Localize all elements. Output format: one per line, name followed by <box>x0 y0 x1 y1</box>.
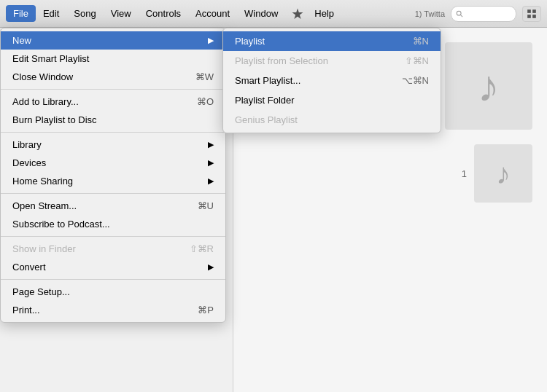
svg-rect-5 <box>532 15 536 18</box>
music-note-large-icon: ♪ <box>478 61 500 111</box>
file-menu-new-label: New <box>12 35 31 46</box>
file-menu-show-in-finder-label: Show in Finder <box>12 243 76 254</box>
file-menu-open-stream-shortcut: ⌘U <box>198 200 214 211</box>
menu-bar: File Edit Song View Controls Account Win… <box>0 0 547 28</box>
file-menu-close-window-shortcut: ⌘W <box>195 71 214 82</box>
music-card-small: ♪ <box>474 144 532 203</box>
new-submenu-genius-playlist-label: Genius Playlist <box>235 114 298 125</box>
file-menu-add-library[interactable]: Add to Library... ⌘O <box>1 93 225 111</box>
file-menu-home-sharing-label: Home Sharing <box>12 176 73 187</box>
file-menu-new[interactable]: New ▶ <box>1 31 225 50</box>
file-menu-print-shortcut: ⌘P <box>198 305 214 315</box>
file-menu-page-setup-label: Page Setup... <box>12 286 70 297</box>
separator-1 <box>1 89 225 90</box>
file-menu-add-library-shortcut: ⌘O <box>197 96 214 107</box>
file-menu-open-stream[interactable]: Open Stream... ⌘U <box>1 197 225 215</box>
file-menu-burn-playlist-label: Burn Playlist to Disc <box>12 114 97 125</box>
file-menu-devices-arrow: ▶ <box>208 158 214 168</box>
file-menu-show-in-finder: Show in Finder ⇧⌘R <box>1 240 225 258</box>
twitter-snippet: 1) Twitta <box>415 9 445 18</box>
search-icon <box>456 10 463 17</box>
file-menu-add-library-label: Add to Library... <box>12 96 79 107</box>
file-menu-subscribe-podcast-label: Subscribe to Podcast... <box>12 219 110 230</box>
file-menu-page-setup[interactable]: Page Setup... <box>1 283 225 301</box>
badge-number: 1 <box>462 168 467 179</box>
new-submenu-playlist-from-selection-label: Playlist from Selection <box>235 55 328 66</box>
svg-rect-2 <box>527 9 531 13</box>
menu-bar-right: 1) Twitta <box>415 6 541 22</box>
new-submenu-genius-playlist: Genius Playlist <box>223 110 441 130</box>
svg-line-1 <box>460 15 462 17</box>
new-submenu-playlist-folder-label: Playlist Folder <box>235 95 295 106</box>
new-submenu-playlist[interactable]: Playlist ⌘N <box>223 31 441 51</box>
menu-view[interactable]: View <box>104 5 139 22</box>
search-box[interactable] <box>451 6 516 22</box>
file-menu-new-arrow: ▶ <box>208 36 214 45</box>
new-submenu: Playlist ⌘N Playlist from Selection ⇧⌘N … <box>222 28 441 133</box>
new-submenu-smart-playlist-label: Smart Playlist... <box>235 75 300 86</box>
logo-icon <box>288 4 307 23</box>
file-menu-convert-arrow: ▶ <box>208 262 214 272</box>
file-menu-convert[interactable]: Convert ▶ <box>1 258 225 276</box>
file-menu-edit-smart-playlist-label: Edit Smart Playlist <box>12 53 89 64</box>
menu-account[interactable]: Account <box>188 5 237 22</box>
file-menu-burn-playlist[interactable]: Burn Playlist to Disc <box>1 111 225 129</box>
menu-file[interactable]: File <box>6 5 36 22</box>
file-menu-devices-label: Devices <box>12 157 46 168</box>
menu-help[interactable]: Help <box>307 5 341 22</box>
menu-song[interactable]: Song <box>66 5 103 22</box>
svg-rect-3 <box>532 9 536 13</box>
new-submenu-playlist-label: Playlist <box>235 36 265 47</box>
file-menu-home-sharing-arrow: ▶ <box>208 176 214 186</box>
grid-icon <box>527 9 537 19</box>
file-menu-devices[interactable]: Devices ▶ <box>1 154 225 172</box>
separator-4 <box>1 236 225 237</box>
file-menu-library-arrow: ▶ <box>208 140 214 149</box>
file-menu-print-label: Print... <box>12 305 40 315</box>
menu-window[interactable]: Window <box>237 5 285 22</box>
file-menu-open-stream-label: Open Stream... <box>12 200 77 211</box>
new-submenu-playlist-from-selection-shortcut: ⇧⌘N <box>405 55 429 66</box>
menu-controls[interactable]: Controls <box>139 5 188 22</box>
view-toggle-icon[interactable] <box>522 6 541 22</box>
file-menu-show-in-finder-shortcut: ⇧⌘R <box>190 243 214 254</box>
file-menu-library[interactable]: Library ▶ <box>1 136 225 154</box>
file-dropdown-menu: New ▶ Edit Smart Playlist Close Window ⌘… <box>0 28 226 323</box>
file-menu-home-sharing[interactable]: Home Sharing ▶ <box>1 172 225 190</box>
file-menu-edit-smart-playlist[interactable]: Edit Smart Playlist <box>1 50 225 68</box>
file-menu-library-label: Library <box>12 139 42 150</box>
file-menu-subscribe-podcast[interactable]: Subscribe to Podcast... <box>1 215 225 233</box>
music-card-row: 1 ♪ <box>462 144 532 203</box>
separator-3 <box>1 193 225 194</box>
new-submenu-playlist-folder[interactable]: Playlist Folder <box>223 90 441 110</box>
new-submenu-playlist-from-selection: Playlist from Selection ⇧⌘N <box>223 51 441 71</box>
music-note-small-icon: ♪ <box>496 157 511 190</box>
separator-2 <box>1 132 225 133</box>
menu-edit[interactable]: Edit <box>36 5 66 22</box>
music-card-large: ♪ <box>445 42 532 130</box>
file-menu-close-window-label: Close Window <box>12 71 73 82</box>
file-menu-close-window[interactable]: Close Window ⌘W <box>1 68 225 86</box>
separator-5 <box>1 279 225 280</box>
svg-point-0 <box>457 11 461 15</box>
svg-rect-4 <box>527 15 531 18</box>
new-submenu-playlist-shortcut: ⌘N <box>413 36 429 47</box>
new-submenu-smart-playlist[interactable]: Smart Playlist... ⌥⌘N <box>223 71 441 90</box>
new-submenu-smart-playlist-shortcut: ⌥⌘N <box>402 75 429 86</box>
file-menu-convert-label: Convert <box>12 262 46 273</box>
file-menu-print[interactable]: Print... ⌘P <box>1 301 225 319</box>
